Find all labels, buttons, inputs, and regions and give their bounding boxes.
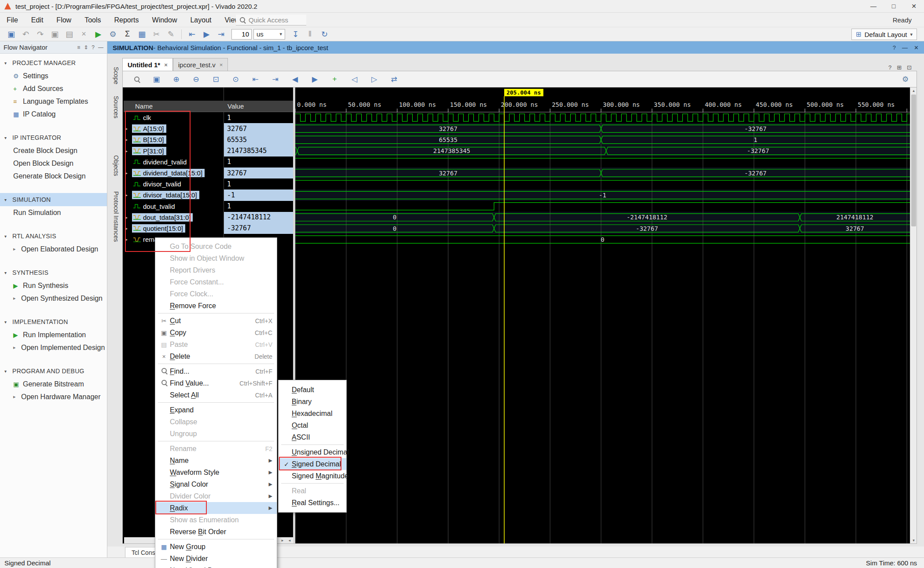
menu-item-expand[interactable]: Expand: [155, 404, 277, 416]
signal-row-quotient-15-0[interactable]: ▸quotient[15:0]: [124, 223, 224, 234]
goto-time-zero-icon[interactable]: ⇤: [249, 73, 261, 85]
menu-item-radix-signed-decimal[interactable]: ✓Signed Decimal: [279, 458, 346, 470]
side-tab-scope[interactable]: Scope: [108, 62, 122, 89]
menu-item-radix-binary[interactable]: Binary: [279, 396, 346, 408]
expand-arrow-icon[interactable]: ▸: [125, 237, 132, 242]
waveform-plot[interactable]: 0.000 ns50.000 ns100.000 ns150.000 ns200…: [295, 87, 910, 543]
copy-icon[interactable]: ▣: [49, 29, 61, 40]
menu-window[interactable]: Window: [146, 13, 184, 27]
signal-row-p-31-0[interactable]: ▸P[31:0]: [124, 146, 224, 157]
value-column-header[interactable]: Value: [224, 101, 293, 112]
run-for-time-icon[interactable]: ⇥: [215, 29, 227, 40]
name-column-header[interactable]: Name: [124, 101, 224, 112]
scroll-up-icon[interactable]: ▴: [910, 87, 917, 94]
menu-item-find-value[interactable]: Find Value...Ctrl+Shift+F: [155, 377, 277, 389]
side-tab-protocol-instances[interactable]: Protocol Instances: [108, 187, 122, 246]
flow-item-run-implementation[interactable]: ▶Run Implementation: [0, 328, 107, 341]
flow-item-open-synthesized-design[interactable]: ▸Open Synthesized Design: [0, 292, 107, 305]
next-transition-icon[interactable]: ▶: [309, 73, 321, 85]
flow-item-language-templates[interactable]: ≡Language Templates: [0, 95, 107, 108]
zoom-to-cursor-icon[interactable]: ⊙: [230, 73, 242, 85]
menu-layout[interactable]: Layout: [183, 13, 218, 27]
scrollbar-thumb[interactable]: [911, 95, 916, 226]
signal-row-divisor-tdata-15-0[interactable]: ▸divisor_tdata[15:0]: [124, 189, 224, 200]
scroll-down-icon[interactable]: ▾: [910, 537, 917, 543]
minimize-panel-icon[interactable]: —: [902, 44, 908, 51]
prev-marker-icon[interactable]: ◁: [348, 73, 360, 85]
expand-arrow-icon[interactable]: ▸: [125, 149, 132, 153]
flow-item-generate-block-design[interactable]: Generate Block Design: [0, 170, 107, 182]
expand-arrow-icon[interactable]: ▸: [125, 126, 132, 131]
minimize-button[interactable]: —: [863, 0, 884, 13]
scroll-right-icon[interactable]: ▸: [279, 538, 286, 543]
menu-flow[interactable]: Flow: [50, 13, 78, 27]
float-window-icon[interactable]: ⊞: [897, 64, 902, 71]
redo-icon[interactable]: ↷: [34, 29, 46, 40]
flow-item-settings[interactable]: ⚙Settings: [0, 69, 107, 82]
add-marker-icon[interactable]: +: [329, 73, 341, 85]
pause-icon[interactable]: ‖: [304, 29, 316, 40]
expand-arrow-icon[interactable]: ▸: [125, 171, 132, 175]
close-tab-icon[interactable]: ×: [164, 62, 168, 68]
menu-tools[interactable]: Tools: [78, 13, 107, 27]
menu-item-radix-octal[interactable]: Octal: [279, 419, 346, 431]
expand-chevron-icon[interactable]: ▸: [13, 394, 21, 400]
menu-item-radix-ascii[interactable]: ASCII: [279, 431, 346, 443]
quick-access-search[interactable]: Quick Access: [236, 15, 306, 25]
simulation-panel-header[interactable]: SIMULATION - Behavioral Simulation - Fun…: [107, 41, 924, 54]
tab-untitled-1[interactable]: Untitled 1*×: [122, 58, 173, 71]
menu-edit[interactable]: Edit: [25, 13, 50, 27]
menu-item-waveform-style[interactable]: Waveform Style▶: [155, 466, 277, 478]
menu-item-signal-color[interactable]: Signal Color▶: [155, 478, 277, 490]
menu-item-select-all[interactable]: Select AllCtrl+A: [155, 389, 277, 401]
zoom-fit-icon[interactable]: ⊡: [210, 73, 222, 85]
minimize-icon[interactable]: —: [98, 44, 103, 51]
signal-row-clk[interactable]: clk: [124, 112, 224, 123]
help-icon[interactable]: ?: [888, 64, 891, 71]
layout-select[interactable]: ⊞ Default Layout ▾: [851, 29, 917, 40]
swap-cursor-icon[interactable]: ⇄: [388, 73, 400, 85]
sim-time-input[interactable]: [231, 29, 252, 40]
signal-row-a-15-0[interactable]: ▸A[15:0]: [124, 123, 224, 134]
tab-ipcore-test-v[interactable]: ipcore_test.v×: [173, 58, 228, 71]
find-icon[interactable]: [131, 73, 143, 85]
signal-row-dividend-tdata-15-0[interactable]: ▸dividend_tdata[15:0]: [124, 167, 224, 178]
settings-gear-icon[interactable]: ⚙: [107, 29, 119, 40]
flow-item-run-synthesis[interactable]: ▶Run Synthesis: [0, 279, 107, 292]
expand-collapse-icon[interactable]: ⇕: [84, 44, 88, 51]
menu-item-radix[interactable]: Radix▶: [155, 502, 277, 514]
sigma-icon[interactable]: Σ: [121, 29, 133, 40]
expand-chevron-icon[interactable]: ▸: [13, 345, 21, 350]
menu-file[interactable]: File: [0, 13, 25, 27]
flow-item-ip-catalog[interactable]: ▦IP Catalog: [0, 108, 107, 120]
flow-section-ip-integrator[interactable]: ▾IP INTEGRATOR: [0, 131, 107, 144]
flow-section-program-and-debug[interactable]: ▾PROGRAM AND DEBUG: [0, 364, 107, 378]
menu-item-new-virtual-bus[interactable]: ▥New Virtual Bus: [155, 564, 277, 568]
close-tab-icon[interactable]: ×: [220, 62, 223, 68]
run-icon[interactable]: ▶: [92, 29, 104, 40]
help-icon[interactable]: ?: [92, 44, 95, 51]
expand-arrow-icon[interactable]: ▸: [125, 226, 132, 231]
cut-icon[interactable]: ✂: [150, 29, 162, 40]
menu-item-copy[interactable]: ▣CopyCtrl+C: [155, 327, 277, 339]
menu-item-radix-real-settings[interactable]: Real Settings...: [279, 497, 346, 509]
flow-item-open-elaborated-design[interactable]: ▸Open Elaborated Design: [0, 243, 107, 255]
flow-item-generate-bitstream[interactable]: ▣Generate Bitstream: [0, 378, 107, 390]
prev-transition-icon[interactable]: ◀: [289, 73, 301, 85]
flow-item-create-block-design[interactable]: Create Block Design: [0, 144, 107, 157]
menu-item-remove-force[interactable]: Remove Force: [155, 300, 277, 312]
signal-row-dout-tvalid[interactable]: dout_tvalid: [124, 201, 224, 212]
restart-sim-icon[interactable]: ⇤: [186, 29, 198, 40]
expand-chevron-icon[interactable]: ▸: [13, 246, 21, 252]
flow-section-simulation[interactable]: ▾SIMULATION: [0, 193, 107, 206]
menu-item-reverse-bit-order[interactable]: Reverse Bit Order: [155, 526, 277, 538]
menu-item-cut[interactable]: ✂CutCtrl+X: [155, 315, 277, 327]
expand-arrow-icon[interactable]: ▸: [125, 215, 132, 220]
menu-item-radix-default[interactable]: Default: [279, 384, 346, 396]
scroll-left-icon[interactable]: ◂: [286, 538, 293, 543]
delete-icon[interactable]: ×: [78, 29, 90, 40]
run-all-icon[interactable]: ▶: [201, 29, 213, 40]
close-button[interactable]: ✕: [904, 0, 924, 13]
expand-chevron-icon[interactable]: ▸: [13, 295, 21, 301]
side-tab-sources[interactable]: Sources: [108, 91, 122, 123]
